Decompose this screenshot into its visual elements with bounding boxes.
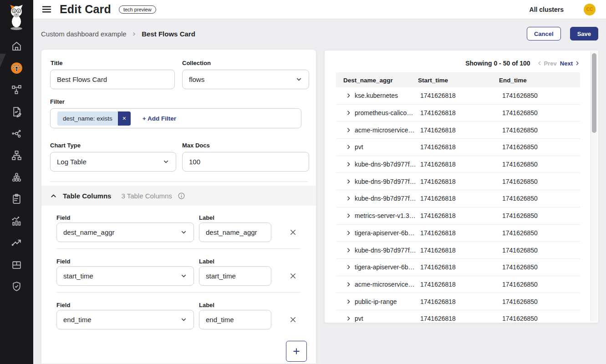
table-columns-header[interactable]: Table Columns 3 Table Columns [41, 186, 316, 206]
label-input[interactable]: dest_name_aggr [199, 222, 271, 242]
avatar[interactable]: CC [584, 4, 596, 15]
dashboard-gauge-icon [10, 62, 23, 74]
sidebar-item-dashboards[interactable] [0, 57, 33, 79]
table-row[interactable]: kube-dns-9b7d977f… 1741626818 1741626850 [336, 242, 580, 259]
table-row[interactable]: prometheus-calico… 1741626818 1741626850 [336, 105, 580, 122]
preview-table: Dest_name_aggr Start_time End_time kse.k… [336, 72, 580, 323]
breadcrumb-parent-link[interactable]: Custom dashboard example [41, 30, 127, 38]
sidebar-item-sitemap[interactable] [0, 144, 33, 166]
collection-select[interactable]: flows [182, 70, 309, 89]
expand-row-chevron-icon[interactable] [346, 230, 351, 236]
showing-count: Showing 0 - 50 of 100 [465, 60, 530, 67]
end-time-cell: 1741626850 [502, 161, 538, 168]
table-row[interactable]: kube-dns-9b7d977f… 1741626818 1741626850 [336, 173, 580, 190]
table-row[interactable]: metrics-server-v1.3… 1741626818 17416268… [336, 207, 580, 225]
expand-row-chevron-icon[interactable] [346, 298, 351, 304]
preview-scrollbar-track [591, 51, 597, 322]
col-header-start: Start_time [418, 76, 448, 83]
title-input[interactable] [50, 70, 175, 89]
close-icon [289, 228, 297, 237]
table-row[interactable]: acme-microservice… 1741626818 1741626850 [336, 121, 580, 139]
table-row[interactable]: pvt 1741626818 1741626850 [336, 139, 580, 156]
table-row[interactable]: tigera-apiserver-6b… 1741626818 17416268… [336, 259, 580, 276]
label-input[interactable]: end_time [199, 310, 271, 329]
table-header-row: Dest_name_aggr Start_time End_time [336, 72, 580, 87]
expand-row-chevron-icon[interactable] [346, 144, 351, 150]
remove-column-button[interactable] [285, 268, 300, 283]
start-time-cell: 1741626818 [420, 281, 456, 288]
sidebar-item-topology[interactable] [0, 79, 33, 101]
expand-row-chevron-icon[interactable] [346, 162, 351, 167]
expand-row-chevron-icon[interactable] [346, 316, 351, 322]
expand-row-chevron-icon[interactable] [346, 281, 351, 287]
add-column-button[interactable] [286, 341, 307, 362]
start-time-cell: 1741626818 [420, 263, 456, 271]
chevron-down-icon [180, 273, 187, 279]
remove-column-button[interactable] [285, 312, 300, 327]
table-row[interactable]: public-ip-range 1741626818 1741626850 [336, 293, 580, 310]
sidebar-item-clusters[interactable] [0, 166, 33, 188]
package-box-icon [11, 259, 22, 270]
expand-row-chevron-icon[interactable] [346, 213, 351, 219]
field-select[interactable]: dest_name_aggr [56, 222, 194, 242]
start-time-cell: 1741626818 [420, 126, 456, 134]
max-docs-input[interactable] [182, 152, 309, 172]
filter-chip-remove-icon[interactable]: × [118, 111, 131, 126]
sidebar-item-reports[interactable] [0, 101, 33, 122]
field-select[interactable]: end_time [56, 310, 194, 329]
sidebar-item-statistics[interactable] [0, 210, 33, 232]
expand-row-chevron-icon[interactable] [346, 264, 351, 270]
sidebar-item-security[interactable] [0, 275, 33, 297]
sidebar-item-home[interactable] [0, 35, 33, 57]
table-row[interactable]: pvt 1741626818 1741626850 [336, 310, 580, 323]
sidebar-item-trends[interactable] [0, 232, 33, 253]
sidebar-item-service-graph[interactable] [0, 122, 33, 144]
chart-type-select[interactable]: Log Table [50, 152, 176, 172]
remove-column-button[interactable] [285, 225, 300, 239]
table-column-row: Field dest_name_aggr Label dest_name_agg… [41, 210, 316, 253]
topology-icon [11, 84, 22, 96]
cancel-button[interactable]: Cancel [527, 27, 561, 40]
expand-row-chevron-icon[interactable] [346, 196, 351, 202]
calico-logo[interactable] [6, 4, 26, 31]
dest-name-cell: pvt [355, 315, 363, 322]
info-icon[interactable] [178, 192, 185, 200]
sidebar-item-packages[interactable] [0, 253, 33, 275]
field-label: Field [56, 258, 70, 265]
close-icon [289, 272, 297, 280]
preview-scrollbar-thumb[interactable] [592, 53, 596, 133]
table-row[interactable]: kube-dns-9b7d977f… 1741626818 1741626850 [336, 190, 580, 207]
table-row[interactable]: kse.kubernetes 1741626818 1741626850 [336, 87, 580, 105]
save-button[interactable]: Save [570, 27, 598, 40]
prev-page-button[interactable]: Prev [537, 60, 557, 67]
expand-row-chevron-icon[interactable] [346, 110, 351, 116]
col-header-end: End_time [499, 76, 527, 83]
label-input[interactable]: start_time [199, 266, 271, 286]
end-time-cell: 1741626850 [502, 281, 538, 288]
expand-row-chevron-icon[interactable] [346, 247, 351, 253]
field-select[interactable]: start_time [56, 266, 194, 286]
expand-row-chevron-icon[interactable] [346, 178, 351, 184]
end-time-cell: 1741626850 [502, 92, 538, 99]
expand-row-chevron-icon[interactable] [346, 127, 351, 133]
label-label: Label [199, 302, 214, 308]
collapse-section-button[interactable] [50, 192, 57, 200]
field-label: Field [56, 214, 70, 221]
dest-name-cell: acme-microservice… [355, 126, 414, 134]
start-time-cell: 1741626818 [420, 92, 456, 99]
cluster-selector[interactable]: All clusters [530, 6, 564, 13]
dest-name-cell: kube-dns-9b7d977f… [355, 247, 416, 254]
next-page-button[interactable]: Next [560, 60, 580, 67]
filter-input-area[interactable]: dest_name: exists × + Add Filter [50, 108, 301, 128]
add-filter-link[interactable]: + Add Filter [143, 115, 176, 122]
start-time-cell: 1741626818 [420, 161, 456, 168]
table-row[interactable]: kube-dns-9b7d977f… 1741626818 1741626850 [336, 156, 580, 173]
table-row[interactable]: acme-microservice… 1741626818 1741626850 [336, 276, 580, 293]
menu-button[interactable] [41, 4, 52, 15]
chevron-down-icon [163, 158, 169, 165]
table-row[interactable]: tigera-apiserver-6b… 1741626818 17416268… [336, 225, 580, 242]
filter-chip-text: dest_name: exists [57, 111, 118, 126]
next-label: Next [560, 60, 573, 67]
sidebar-item-compliance[interactable] [0, 188, 33, 210]
expand-row-chevron-icon[interactable] [346, 93, 351, 99]
